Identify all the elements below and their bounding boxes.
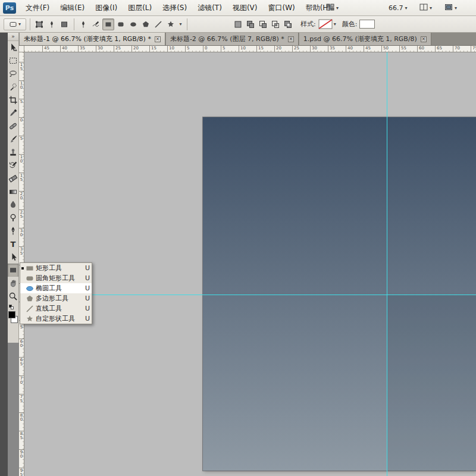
vertical-guide[interactable] — [387, 52, 387, 476]
custom-shape-tool-button[interactable] — [165, 18, 177, 30]
toolbar-tail — [8, 343, 19, 476]
paths-button[interactable] — [46, 18, 58, 30]
vruler-label: 0 — [19, 117, 24, 123]
freeform-pen-tool-button[interactable] — [90, 18, 102, 30]
foreground-color-swatch[interactable] — [8, 311, 15, 318]
intersect-shape-areas-button[interactable] — [270, 18, 281, 30]
flyout-item-label: 椭圆工具 — [35, 284, 83, 293]
ruler-corner — [19, 46, 24, 52]
tab-title: 1.psd @ 66.7% (渐变填充 1, RGB/8) — [303, 35, 417, 43]
horizontal-ruler[interactable]: 4540353025201510505101520253035404550556… — [24, 46, 476, 52]
flyout-item-ellipse-tool[interactable]: 椭圆工具U — [20, 283, 92, 293]
vruler-label: 9 0 — [19, 449, 24, 459]
hruler-label: 45 — [42, 46, 49, 52]
hruler-label: 15 — [149, 46, 156, 52]
separator — [30, 18, 30, 30]
color-swatch[interactable] — [359, 20, 375, 29]
tab-close-icon[interactable]: × — [421, 36, 427, 42]
document-canvas[interactable] — [203, 117, 476, 471]
document-tab-2[interactable]: 未标题-2 @ 66.7% (图层 7, RGB/8) *× — [166, 33, 299, 45]
flyout-item-rounded-rect-tool[interactable]: 圆角矩形工具U — [20, 273, 92, 283]
rectangle-tool-preset[interactable]: ▾ — [4, 18, 26, 30]
menu-item-7[interactable]: 窗口(W) — [262, 0, 300, 15]
flyout-item-label: 多边形工具 — [35, 294, 83, 303]
collapse-panel-button[interactable]: » — [8, 33, 18, 41]
add-to-shape-area-button[interactable] — [245, 18, 256, 30]
hruler-label: 50 — [381, 46, 389, 52]
dodge-tool[interactable] — [8, 211, 18, 224]
vruler-label: 5 — [19, 136, 24, 141]
rectangular-marquee-tool[interactable] — [8, 54, 18, 67]
flyout-item-label: 自定形状工具 — [35, 314, 83, 323]
brush-tool[interactable] — [8, 133, 18, 146]
vruler-label: 6 0 — [19, 339, 24, 348]
hruler-label: 10 — [239, 46, 246, 52]
eraser-tool[interactable] — [8, 172, 18, 185]
menu-item-5[interactable]: 滤镜(T) — [192, 0, 227, 15]
spot-healing-brush-tool[interactable] — [8, 120, 18, 133]
history-brush-tool[interactable] — [8, 159, 18, 172]
menu-item-1[interactable]: 编辑(E) — [55, 0, 90, 15]
view-extras-icon — [326, 4, 334, 12]
geometry-options-button[interactable]: ▾ — [177, 18, 184, 30]
quick-selection-tool[interactable] — [8, 80, 18, 93]
vruler-label: 7 5 — [19, 394, 24, 403]
flyout-item-polygon-tool[interactable]: 多边形工具U — [20, 293, 92, 303]
type-tool[interactable]: T — [8, 237, 18, 250]
exclude-overlapping-shape-areas-button[interactable] — [282, 18, 294, 30]
crop-tool[interactable] — [8, 93, 18, 107]
zoom-level-control[interactable]: 66.7 ▾ — [386, 2, 411, 14]
path-selection-tool[interactable] — [8, 250, 18, 264]
create-new-shape-layer-button[interactable] — [232, 18, 244, 30]
hand-tool[interactable] — [8, 277, 18, 290]
menu-item-4[interactable]: 选择(S) — [157, 0, 192, 15]
vruler-label: 7 0 — [19, 375, 24, 385]
subtract-from-shape-area-button[interactable] — [257, 18, 269, 30]
ellipse-tool-button[interactable] — [127, 18, 139, 30]
clone-stamp-tool[interactable] — [8, 146, 18, 159]
rect-icon — [25, 264, 35, 273]
menu-item-3[interactable]: 图层(L) — [123, 0, 157, 15]
zoom-tool[interactable] — [8, 290, 18, 303]
tab-close-icon[interactable]: × — [155, 36, 161, 42]
rectangle-tool[interactable] — [8, 264, 18, 277]
tab-close-icon[interactable]: × — [288, 36, 294, 42]
line-tool-button[interactable] — [152, 18, 164, 30]
separator — [74, 18, 74, 30]
flyout-shortcut: U — [83, 264, 92, 272]
rectangle-tool-button[interactable] — [102, 18, 114, 30]
default-colors-icon[interactable] — [9, 305, 14, 310]
lasso-tool[interactable] — [8, 67, 18, 80]
flyout-item-custom-shape-tool[interactable]: 自定形状工具U — [20, 314, 92, 324]
view-extras-control[interactable]: ▾ — [323, 2, 342, 14]
hruler-label: 20 — [131, 46, 139, 52]
flyout-item-label: 直线工具 — [35, 304, 83, 313]
flyout-item-label: 圆角矩形工具 — [35, 274, 83, 283]
polygon-tool-button[interactable] — [140, 18, 152, 30]
menu-item-6[interactable]: 视图(V) — [227, 0, 263, 15]
document-tab-3[interactable]: 1.psd @ 66.7% (渐变填充 1, RGB/8)× — [299, 33, 431, 45]
arrange-documents-control[interactable]: ▾ — [416, 2, 435, 14]
hruler-label: 0 — [203, 46, 207, 52]
screen-mode-control[interactable]: ▾ — [441, 2, 460, 14]
document-tab-1[interactable]: 未标题-1 @ 66.7% (渐变填充 1, RGB/8) *× — [20, 33, 165, 45]
color-swatch-widget — [8, 305, 18, 328]
pen-tool[interactable] — [8, 224, 18, 237]
flyout-item-rect-tool[interactable]: 矩形工具U — [20, 263, 92, 273]
rounded-rectangle-tool-button[interactable] — [115, 18, 127, 30]
flyout-item-line-tool[interactable]: 直线工具U — [20, 303, 92, 314]
menu-item-2[interactable]: 图像(I) — [90, 0, 123, 15]
move-tool[interactable] — [8, 41, 18, 54]
gradient-tool[interactable] — [8, 185, 18, 198]
eyedropper-tool[interactable] — [8, 107, 18, 120]
shape-layers-button[interactable] — [33, 18, 45, 30]
style-picker[interactable]: ▾ — [318, 19, 336, 29]
fill-pixels-button[interactable] — [58, 18, 70, 30]
vruler-label: 8 0 — [19, 412, 24, 422]
tab-title: 未标题-2 @ 66.7% (图层 7, RGB/8) * — [170, 35, 284, 43]
pen-tool-button[interactable] — [77, 18, 89, 30]
blur-tool[interactable] — [8, 198, 18, 211]
menu-item-0[interactable]: 文件(F) — [20, 0, 55, 15]
document-tab-bar: 未标题-1 @ 66.7% (渐变填充 1, RGB/8) *×未标题-2 @ … — [8, 33, 476, 46]
hruler-label: 55 — [399, 46, 406, 52]
